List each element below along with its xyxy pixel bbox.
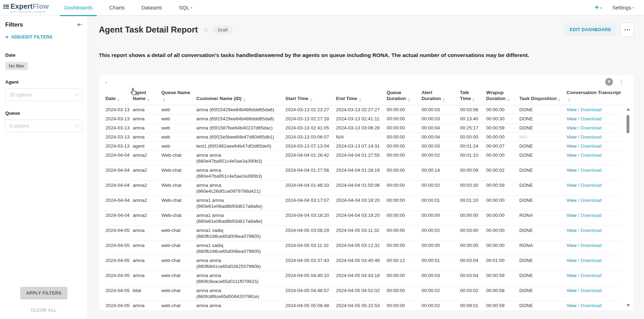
view-transcript-link[interactable]: View <box>566 303 577 307</box>
view-transcript-link[interactable]: View <box>566 288 577 293</box>
edit-dashboard-button[interactable]: EDIT DASHBOARD <box>564 23 617 36</box>
download-transcript-link[interactable]: Download <box>580 273 601 278</box>
download-transcript-link[interactable]: Download <box>580 258 601 263</box>
cell-0: 2024-03-13 <box>105 105 133 114</box>
view-transcript-link[interactable]: View <box>566 228 577 233</box>
download-transcript-link[interactable]: Download <box>580 243 601 248</box>
nav-tab-sql[interactable]: SQL▾ <box>170 0 201 15</box>
download-transcript-link[interactable]: Download <box>580 125 601 130</box>
sort-icon <box>243 98 246 102</box>
nav-tab-datasets[interactable]: Datasets <box>133 0 170 15</box>
view-transcript-link[interactable]: View <box>566 107 577 112</box>
column-header-customer-name-id-[interactable]: Customer Name (ID) <box>196 89 285 105</box>
cell-7: 00:00:01 <box>422 256 460 271</box>
view-transcript-link[interactable]: View <box>566 273 577 278</box>
download-transcript-link[interactable]: Download <box>580 143 601 149</box>
cell-10: DONE <box>519 114 566 123</box>
cell-transcript: View / Download <box>566 256 622 271</box>
download-transcript-link[interactable]: Download <box>580 107 601 112</box>
nav-tab-dashboards[interactable]: Dashboards <box>56 0 101 15</box>
cell-9: 00:00:00 <box>486 196 519 211</box>
brand-logo[interactable]: ExpertFlow your callcenter experts <box>0 2 56 13</box>
agent-filter-select[interactable]: 26 options <box>5 88 82 101</box>
view-transcript-link[interactable]: View <box>566 198 577 203</box>
download-transcript-link[interactable]: Download <box>580 198 601 203</box>
download-transcript-link[interactable]: Download <box>580 303 601 307</box>
cell-10: DONE <box>519 141 566 150</box>
view-transcript-link[interactable]: View <box>566 143 577 149</box>
cell-2: web-chat <box>161 286 196 301</box>
cell-9: 00:00:02 <box>486 165 519 180</box>
apply-filters-button[interactable]: APPLY FILTERS <box>20 287 67 299</box>
cell-4: 2024-04-05 03:37:43 <box>285 256 336 271</box>
table-scrollbar <box>625 108 630 307</box>
cell-3: amna amna (660fc8f8ce65d0064207961e) <box>196 286 285 301</box>
cell-2: Web-chat <box>161 180 196 196</box>
download-transcript-link[interactable]: Download <box>580 153 601 158</box>
view-transcript-link[interactable]: View <box>566 125 577 130</box>
cell-4: 2024-03-13 07:13:04 <box>285 141 336 150</box>
cell-9: 00:00:59 <box>486 301 519 307</box>
download-transcript-link[interactable]: Download <box>580 213 601 218</box>
cell-5: 2024-03-13 02:41:11 <box>336 114 387 123</box>
column-header-conversation-transcript[interactable]: Conversation Transcript <box>566 89 622 105</box>
download-transcript-link[interactable]: Download <box>580 168 601 173</box>
scroll-down-arrow[interactable] <box>627 304 630 307</box>
view-transcript-link[interactable]: View <box>566 258 577 263</box>
date-filter-label: Date <box>5 52 82 58</box>
column-header-task-disposition[interactable]: Task Disposition <box>519 89 566 105</box>
download-transcript-link[interactable]: Download <box>580 228 601 233</box>
download-transcript-link[interactable]: Download <box>580 288 601 293</box>
view-transcript-link[interactable]: View <box>566 183 577 188</box>
sort-icon <box>147 98 149 102</box>
view-transcript-link[interactable]: View <box>566 153 577 158</box>
download-transcript-link[interactable]: Download <box>580 134 601 140</box>
column-header-start-time[interactable]: Start Time <box>285 89 336 105</box>
download-transcript-link[interactable]: Download <box>580 116 601 121</box>
download-transcript-link[interactable]: Download <box>580 183 601 188</box>
cell-1: amna <box>133 226 161 241</box>
cell-transcript: View / Download <box>566 123 622 132</box>
cell-1: amna <box>133 123 161 132</box>
more-options-button[interactable]: ⋯ <box>620 23 634 37</box>
nav-tab-charts[interactable]: Charts <box>101 0 133 15</box>
column-header-talk-time[interactable]: Talk Time <box>460 89 486 105</box>
table-row: 2024-04-05bilalweb-chatamna amna (660fc8… <box>105 286 622 301</box>
cell-1: amna2 <box>133 196 161 211</box>
cell-4: 2024-04-04 03:17:07 <box>285 196 336 211</box>
view-transcript-link[interactable]: View <box>566 243 577 248</box>
cell-5: 2024-04-05 03:12:32 <box>336 241 387 256</box>
add-edit-filters-button[interactable]: + ADD/EDIT FILTERS <box>0 31 88 43</box>
view-transcript-link[interactable]: View <box>566 168 577 173</box>
column-header-date[interactable]: Date <box>105 89 133 105</box>
column-header-wrapup-duration[interactable]: Wrapup Duration <box>486 89 519 105</box>
new-item-button[interactable]: +▾ <box>594 4 602 12</box>
applied-filters-icon[interactable] <box>605 78 613 86</box>
cell-6: 00:00:00 <box>387 123 422 132</box>
column-header-agent-name[interactable]: Agent Name <box>133 89 161 105</box>
column-header-queue-name[interactable]: Queue Name <box>161 89 196 105</box>
queue-filter-select[interactable]: 9 options <box>5 120 82 132</box>
date-filter-value-badge[interactable]: No filter <box>5 62 28 70</box>
view-transcript-link[interactable]: View <box>566 134 577 140</box>
favorite-star-icon[interactable]: ☆ <box>203 26 209 34</box>
clear-all-button[interactable]: CLEAR ALL <box>0 308 88 313</box>
column-header-queue-duration[interactable]: Queue Duration <box>387 89 422 105</box>
column-header-end-time[interactable]: End Time <box>336 89 387 105</box>
view-transcript-link[interactable]: View <box>566 116 577 121</box>
cell-3: test1 (65f1982aee64b47df2d65de0) <box>196 141 285 150</box>
cell-5: 2024-03-13 03:06:28 <box>336 123 387 132</box>
scroll-up-arrow[interactable] <box>627 108 630 111</box>
cell-6: 00:00:00 <box>387 105 422 114</box>
chart-kebab-menu-icon[interactable]: ⋮ <box>619 79 624 85</box>
table-row: 2024-03-13agentwebtest1 (65f1982aee64b47… <box>105 141 622 150</box>
cell-0: 2024-04-05 <box>105 301 133 307</box>
scrollbar-thumb[interactable] <box>627 115 629 133</box>
cell-4: 2024-04-04 03:18:20 <box>285 211 336 226</box>
column-header-alert-duration[interactable]: Alert Duration <box>422 89 460 105</box>
view-transcript-link[interactable]: View <box>566 213 577 218</box>
cell-7: 00:00:01 <box>422 196 460 211</box>
settings-menu[interactable]: Settings▾ <box>612 5 634 10</box>
link-separator: / <box>577 243 580 248</box>
collapse-filters-icon[interactable]: ⇤ <box>78 21 82 28</box>
